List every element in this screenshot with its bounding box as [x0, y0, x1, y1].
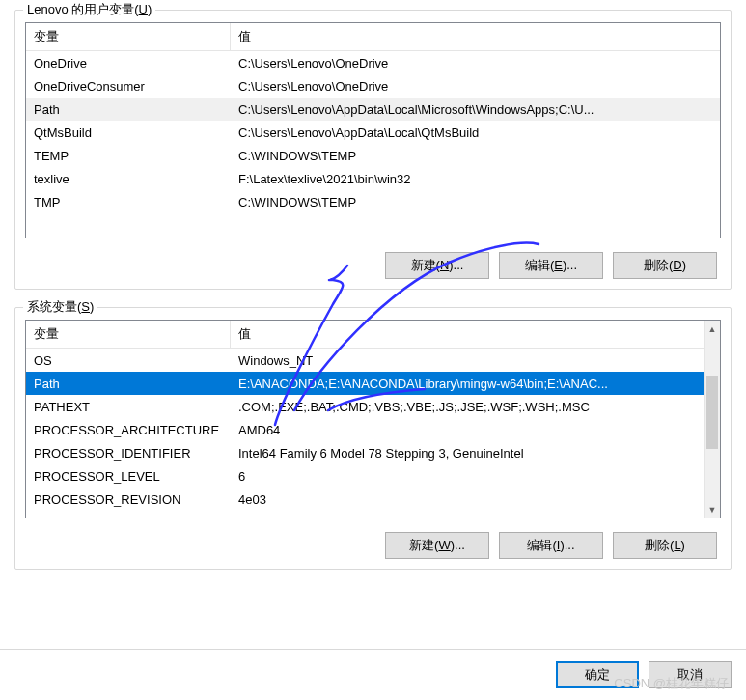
- cell-variable-value: C:\Users\Lenovo\OneDrive: [231, 54, 720, 72]
- table-row[interactable]: PATHEXT.COM;.EXE;.BAT;.CMD;.VBS;.VBE;.JS…: [26, 395, 720, 418]
- table-row[interactable]: QtMsBuildC:\Users\Lenovo\AppData\Local\Q…: [26, 121, 720, 144]
- cell-variable-name: texlive: [26, 170, 231, 188]
- ok-button[interactable]: 确定: [556, 661, 639, 688]
- cell-variable-name: OS: [26, 351, 231, 370]
- cell-variable-name: PROCESSOR_REVISION: [26, 490, 231, 509]
- table-row[interactable]: OneDriveC:\Users\Lenovo\OneDrive: [26, 51, 720, 74]
- table-row[interactable]: TMPC:\WINDOWS\TEMP: [26, 190, 720, 213]
- table-row[interactable]: PROCESSOR_ARCHITECTUREAMD64: [26, 418, 720, 441]
- user-button-row: 新建(N)... 编辑(E)... 删除(D): [25, 252, 721, 279]
- table-header: 变量 值: [26, 321, 720, 349]
- cell-variable-value: 6: [231, 467, 720, 486]
- scroll-up-icon[interactable]: ▲: [705, 321, 720, 337]
- user-edit-button[interactable]: 编辑(E)...: [499, 252, 603, 279]
- env-vars-dialog: Lenovo 的用户变量(U) 变量 值 OneDriveC:\Users\Le…: [0, 0, 746, 597]
- table-row[interactable]: PROCESSOR_REVISION4e03: [26, 488, 720, 511]
- scroll-thumb[interactable]: [706, 376, 718, 449]
- system-edit-button[interactable]: 编辑(I)...: [499, 532, 603, 559]
- dialog-footer: 确定 取消: [0, 649, 746, 700]
- col-header-value[interactable]: 值: [231, 23, 720, 50]
- col-header-name[interactable]: 变量: [26, 321, 231, 348]
- col-header-name[interactable]: 变量: [26, 23, 231, 50]
- cell-variable-name: Path: [26, 375, 231, 393]
- table-row[interactable]: OneDriveConsumerC:\Users\Lenovo\OneDrive: [26, 74, 720, 98]
- cell-variable-value: 4e03: [231, 490, 720, 509]
- user-variables-table[interactable]: 变量 值 OneDriveC:\Users\Lenovo\OneDriveOne…: [25, 22, 721, 238]
- cell-variable-name: OneDrive: [26, 54, 231, 72]
- cell-variable-value: .COM;.EXE;.BAT;.CMD;.VBS;.VBE;.JS;.JSE;.…: [231, 398, 720, 416]
- cell-variable-value: E:\ANACONDA;E:\ANACONDA\Library\mingw-w6…: [231, 375, 720, 393]
- table-row[interactable]: OSWindows_NT: [26, 349, 720, 372]
- cell-variable-value: Intel64 Family 6 Model 78 Stepping 3, Ge…: [231, 444, 720, 462]
- cell-variable-value: C:\Users\Lenovo\OneDrive: [231, 77, 720, 96]
- cell-variable-name: TEMP: [26, 147, 231, 165]
- table-row[interactable]: PROCESSOR_LEVEL6: [26, 464, 720, 488]
- user-table-body[interactable]: OneDriveC:\Users\Lenovo\OneDriveOneDrive…: [26, 51, 720, 238]
- system-button-row: 新建(W)... 编辑(I)... 删除(L): [25, 532, 721, 559]
- table-row[interactable]: PathC:\Users\Lenovo\AppData\Local\Micros…: [26, 98, 720, 121]
- cell-variable-name: OneDriveConsumer: [26, 77, 231, 96]
- scroll-down-icon[interactable]: ▼: [705, 501, 720, 518]
- cell-variable-value: C:\WINDOWS\TEMP: [231, 193, 720, 211]
- table-row[interactable]: PathE:\ANACONDA;E:\ANACONDA\Library\ming…: [26, 372, 720, 395]
- system-variables-label: 系统变量(S): [23, 298, 97, 316]
- cell-variable-value: F:\Latex\texlive\2021\bin\win32: [231, 170, 720, 188]
- col-header-value[interactable]: 值: [231, 321, 720, 348]
- cancel-button[interactable]: 取消: [649, 661, 732, 688]
- cell-variable-name: TMP: [26, 193, 231, 211]
- cell-variable-value: C:\Users\Lenovo\AppData\Local\Microsoft\…: [231, 100, 720, 119]
- cell-variable-name: QtMsBuild: [26, 124, 231, 142]
- system-variables-table[interactable]: 变量 值 OSWindows_NTPathE:\ANACONDA;E:\ANAC…: [25, 320, 721, 518]
- user-variables-label: Lenovo 的用户变量(U): [23, 1, 155, 18]
- cell-variable-name: Path: [26, 100, 231, 119]
- system-delete-button[interactable]: 删除(L): [613, 532, 717, 559]
- cell-variable-value: AMD64: [231, 421, 720, 439]
- user-delete-button[interactable]: 删除(D): [613, 252, 717, 279]
- table-row[interactable]: PROCESSOR_IDENTIFIERIntel64 Family 6 Mod…: [26, 441, 720, 464]
- system-new-button[interactable]: 新建(W)...: [385, 532, 489, 559]
- system-variables-group: 系统变量(S) 变量 值 OSWindows_NTPathE:\ANACONDA…: [14, 307, 732, 570]
- cell-variable-name: PATHEXT: [26, 398, 231, 416]
- user-new-button[interactable]: 新建(N)...: [385, 252, 489, 279]
- cell-variable-name: PROCESSOR_ARCHITECTURE: [26, 421, 231, 439]
- cell-variable-value: C:\Users\Lenovo\AppData\Local\QtMsBuild: [231, 124, 720, 142]
- scrollbar[interactable]: ▲ ▼: [704, 321, 720, 518]
- cell-variable-name: PROCESSOR_IDENTIFIER: [26, 444, 231, 462]
- cell-variable-value: Windows_NT: [231, 351, 720, 370]
- table-header: 变量 值: [26, 23, 720, 51]
- cell-variable-value: C:\WINDOWS\TEMP: [231, 147, 720, 165]
- cell-variable-name: PROCESSOR_LEVEL: [26, 467, 231, 486]
- table-row[interactable]: TEMPC:\WINDOWS\TEMP: [26, 144, 720, 167]
- table-row[interactable]: texliveF:\Latex\texlive\2021\bin\win32: [26, 167, 720, 190]
- system-table-body[interactable]: OSWindows_NTPathE:\ANACONDA;E:\ANACONDA\…: [26, 349, 720, 518]
- user-variables-group: Lenovo 的用户变量(U) 变量 值 OneDriveC:\Users\Le…: [14, 10, 732, 290]
